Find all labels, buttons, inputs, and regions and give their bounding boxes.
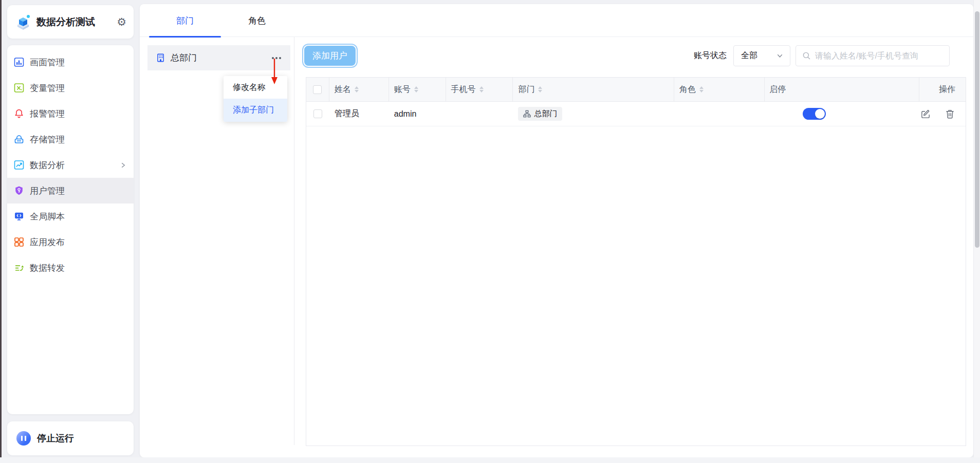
sidebar-item-variable-management[interactable]: 变量管理 (7, 75, 134, 101)
sidebar-item-label: 报警管理 (30, 108, 126, 120)
annotation-arrow (270, 59, 279, 85)
enable-toggle[interactable] (803, 108, 826, 120)
screen-icon (14, 57, 24, 67)
row-checkbox[interactable] (313, 109, 322, 118)
sort-icon[interactable] (699, 86, 704, 92)
sidebar-item-label: 画面管理 (30, 57, 126, 68)
search-box (796, 45, 950, 66)
sort-icon[interactable] (355, 86, 359, 92)
select-all-checkbox[interactable] (313, 85, 322, 94)
department-tag-label: 总部门 (534, 109, 557, 119)
script-monitor-icon (14, 211, 24, 221)
window-scrollbar (973, 0, 980, 463)
col-header-actions: 操作 (919, 78, 966, 101)
col-header-role[interactable]: 角色 (674, 78, 765, 101)
forward-icon (14, 263, 24, 273)
search-input[interactable] (815, 51, 943, 61)
sidebar-item-user-management[interactable]: 用户管理 (7, 178, 134, 203)
sidebar-item-label: 数据分析 (30, 159, 120, 171)
cell-phone (446, 102, 513, 126)
cell-account: admin (389, 102, 446, 126)
tab-role[interactable]: 角色 (221, 4, 293, 37)
search-icon (802, 51, 811, 60)
account-status-label: 账号状态 (694, 50, 727, 61)
gear-icon[interactable]: ⚙ (117, 16, 126, 27)
account-status-select[interactable]: 全部 (733, 45, 790, 66)
sort-icon[interactable] (538, 86, 542, 92)
chevron-right-icon (120, 162, 126, 169)
sidebar-item-label: 全局脚本 (30, 211, 126, 223)
department-tag: 总部门 (518, 107, 562, 121)
sidebar-item-alarm-management[interactable]: 报警管理 (7, 101, 134, 126)
menu-item-add-sub-department[interactable]: 添加子部门 (224, 99, 287, 122)
stop-run-button[interactable]: 停止运行 (7, 421, 134, 455)
tree-node-root-department[interactable]: 总部门 (147, 45, 290, 70)
sort-icon[interactable] (479, 86, 484, 92)
sidebar-header: 数据分析测试 ⚙ (7, 5, 134, 39)
filter-bar: 账号状态 全部 (694, 45, 950, 66)
storage-icon (14, 134, 24, 144)
cell-actions (919, 102, 966, 126)
cell-role (674, 102, 765, 126)
col-header-account[interactable]: 账号 (389, 78, 446, 101)
col-header-department[interactable]: 部门 (513, 78, 674, 101)
edit-icon[interactable] (920, 108, 931, 119)
building-icon (156, 53, 165, 63)
sidebar-menu: 画面管理 变量管理 报警管理 存储管理 数据分析 (7, 45, 134, 414)
variable-icon (14, 83, 24, 93)
user-table: 姓名 账号 手机号 部门 角色 启停 操作 (306, 77, 966, 446)
scrollbar-thumb[interactable] (975, 11, 979, 248)
sort-icon[interactable] (414, 86, 418, 92)
sidebar-item-data-analysis[interactable]: 数据分析 (7, 152, 134, 178)
tab-department[interactable]: 部门 (149, 4, 221, 37)
sidebar-item-label: 数据转发 (30, 262, 126, 274)
analysis-chart-icon (14, 160, 24, 170)
col-header-name[interactable]: 姓名 (329, 78, 389, 101)
cell-department: 总部门 (513, 102, 674, 126)
toggle-knob (815, 109, 825, 119)
sidebar-item-app-publish[interactable]: 应用发布 (7, 229, 134, 255)
add-user-button[interactable]: 添加用户 (303, 45, 357, 67)
delete-trash-icon[interactable] (945, 108, 955, 119)
window-edge (0, 0, 2, 463)
sidebar-item-label: 变量管理 (30, 82, 126, 94)
sidebar-item-global-script[interactable]: 全局脚本 (7, 203, 134, 229)
sidebar-item-data-forward[interactable]: 数据转发 (7, 255, 134, 281)
table-row: 管理员 admin 总部门 (306, 102, 966, 126)
sidebar-item-screen-management[interactable]: 画面管理 (7, 49, 134, 75)
tree-node-label: 总部门 (171, 52, 271, 64)
sidebar-item-label: 应用发布 (30, 236, 126, 248)
bottom-gutter (0, 457, 980, 463)
select-value: 全部 (741, 50, 776, 61)
tab-bar: 部门 角色 (140, 4, 973, 37)
alarm-bell-icon (14, 108, 24, 119)
sidebar-item-storage-management[interactable]: 存储管理 (7, 126, 134, 152)
col-header-phone[interactable]: 手机号 (446, 78, 513, 101)
app-grid-icon (14, 237, 24, 247)
sidebar-item-label: 用户管理 (30, 185, 126, 197)
pause-icon (16, 431, 31, 446)
main-panel: 部门 角色 总部门 修改名称 添加子部门 添加用户 (140, 4, 973, 457)
org-chart-icon (523, 110, 531, 118)
app-logo-cube-icon (14, 13, 32, 31)
chevron-down-icon (776, 52, 784, 60)
table-header: 姓名 账号 手机号 部门 角色 启停 操作 (306, 78, 966, 102)
user-shield-icon (14, 186, 24, 196)
col-header-toggle: 启停 (765, 78, 920, 101)
stop-run-label: 停止运行 (37, 432, 74, 445)
app-title: 数据分析测试 (36, 15, 117, 29)
cell-name: 管理员 (329, 102, 389, 126)
cell-toggle (765, 102, 920, 126)
sidebar-item-label: 存储管理 (30, 134, 126, 145)
